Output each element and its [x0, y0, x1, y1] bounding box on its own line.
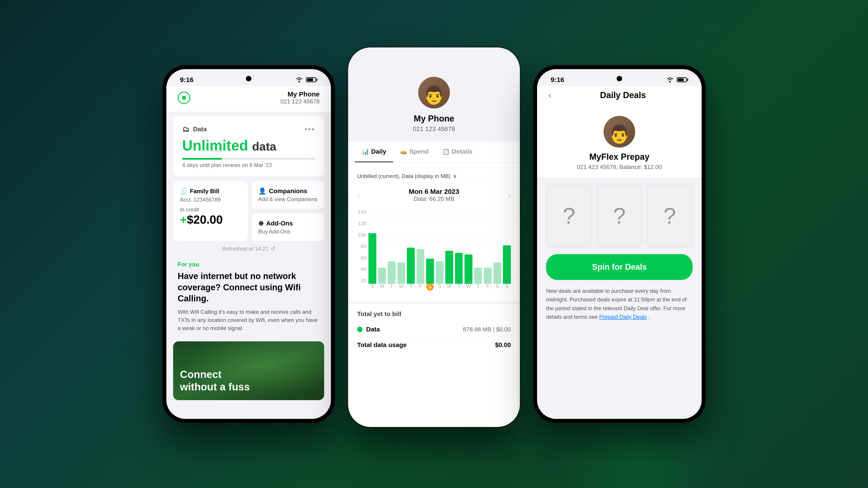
wifi-icon-right [666, 77, 674, 83]
deals-info-suffix: . [648, 314, 650, 320]
header-phone-name: My Phone [280, 90, 320, 98]
daily-deals-title: Daily Deals [556, 90, 690, 100]
data-card-title: Data [193, 126, 207, 133]
bar-7 [436, 261, 444, 284]
bar-col-1 [378, 209, 386, 284]
header-phone-info: My Phone 021 123 45678 [280, 90, 320, 105]
x-w1: W [397, 283, 405, 291]
right-avatar-icon: 👨 [608, 125, 631, 143]
credit-label: In credit [180, 206, 241, 213]
spin-for-deals-button[interactable]: Spin for Deals [546, 254, 692, 280]
total-usage-value: $0.00 [495, 341, 511, 349]
back-button[interactable]: ‹ [548, 91, 551, 100]
bar-5 [416, 249, 425, 284]
bottom-cards-row: 🧾 Family Bill Acct. 123456789 In credit … [173, 181, 324, 241]
x-f1: F [416, 283, 425, 291]
right-mini-cards: 👤 Companions Add & view Companions ⊕ Add… [252, 181, 324, 241]
refresh-text: Refreshed at 14:21 [222, 246, 268, 252]
chart-next-arrow[interactable]: › [508, 191, 511, 200]
notch-right [617, 76, 622, 81]
avatar-person-icon: 👨 [423, 86, 445, 104]
status-bar-middle [348, 47, 520, 63]
slot-card-3: ? [647, 184, 692, 248]
add-ons-subtitle: Buy Add-Ons [258, 228, 317, 235]
y-label-60: 60 [357, 255, 366, 261]
family-bill-title: 🧾 Family Bill [180, 188, 241, 195]
total-section: Total yet to bill Data 878.98 MB | $0.00… [348, 302, 520, 360]
credit-amount: +$20.00 [180, 213, 241, 226]
x-t3: T [455, 283, 463, 291]
bar-6 [426, 259, 434, 284]
progress-track [182, 158, 315, 160]
bar-1 [378, 268, 386, 284]
deals-info-text: New deals are available to purchase ever… [546, 287, 692, 322]
bar-3 [397, 263, 405, 284]
data-card: 🗂 Data ••• Unlimited data 4 days until p… [173, 116, 324, 176]
family-bill-card[interactable]: 🧾 Family Bill Acct. 123456789 In credit … [173, 181, 248, 241]
slot-machine: ? ? ? [546, 184, 692, 248]
x-t1: T [388, 283, 396, 291]
svg-point-0 [299, 81, 300, 83]
bar-col-0 [368, 209, 376, 284]
tab-details[interactable]: 📋 Details [436, 142, 479, 162]
y-label-80: 80 [357, 243, 366, 250]
data-card-title-row: 🗂 Data [182, 125, 207, 133]
bar-col-14 [503, 209, 511, 284]
data-row: Data 878.98 MB | $0.00 [357, 322, 511, 337]
bar-col-7 [436, 209, 444, 284]
tab-daily[interactable]: 📊 Daily [355, 142, 393, 162]
companions-title: 👤 Companions [258, 187, 317, 195]
companions-card[interactable]: 👤 Companions Add & view Companions [252, 181, 324, 209]
battery-icon-right [677, 77, 688, 82]
bar-col-3 [397, 209, 405, 284]
filter-chevron-icon: ∨ [453, 173, 457, 180]
time-right: 9:16 [551, 76, 564, 84]
add-ons-card[interactable]: ⊕ Add-Ons Buy Add-Ons [252, 213, 324, 241]
chart-data-label: Data: 66.20 MB [409, 195, 459, 202]
middle-top: 👨 My Phone 021 123 45678 [348, 63, 520, 142]
chart-bars-area [368, 209, 511, 284]
chart-prev-arrow[interactable]: ‹ [357, 191, 360, 200]
bar-12 [484, 268, 492, 284]
bar-col-8 [445, 209, 453, 284]
middle-avatar: 👨 [418, 77, 450, 108]
right-avatar-section: 👨 MyFlex Prepay 021 423 45678, Balance: … [537, 107, 702, 177]
y-label-100: 100 [357, 232, 366, 238]
bar-col-6 [426, 209, 434, 284]
for-you-section: For you Have internet but no network cov… [166, 256, 331, 337]
bar-col-11 [474, 209, 482, 284]
status-icons-left [295, 77, 317, 83]
chart-filter-select[interactable]: Unbilled (current), Data (display in MB)… [357, 173, 457, 180]
data-dot [357, 327, 363, 332]
phone-left-screen: 9:16 [166, 69, 331, 419]
bar-col-4 [407, 209, 415, 284]
x-s1: S [368, 283, 376, 291]
x-s5: S [503, 283, 511, 291]
companions-icon: 👤 [258, 187, 266, 195]
tab-spend-icon: 🥧 [400, 148, 407, 155]
tab-spend-label: Spend [409, 148, 429, 155]
refresh-icon: ↺ [271, 246, 275, 252]
right-avatar-circle: 👨 [603, 116, 635, 148]
add-ons-icon: ⊕ [258, 220, 264, 227]
time-left: 9:16 [180, 76, 193, 84]
bar-col-2 [388, 209, 396, 284]
phone-right-screen: 9:16 ‹ Daily [537, 69, 702, 419]
data-card-header: 🗂 Data ••• [182, 125, 315, 134]
bar-4 [407, 248, 415, 284]
left-phone-header: My Phone 021 123 45678 [166, 86, 331, 112]
tab-spend[interactable]: 🥧 Spend [393, 142, 436, 162]
progress-fill [182, 158, 222, 160]
phone-middle: 👨 My Phone 021 123 45678 📊 Daily 🥧 Spend… [348, 47, 520, 427]
tab-details-label: Details [452, 148, 473, 155]
phones-container: 9:16 [163, 61, 705, 427]
y-label-40: 40 [357, 266, 366, 272]
tab-details-icon: 📋 [442, 148, 450, 155]
connect-banner: Connectwithout a fuss [173, 341, 324, 400]
status-icons-right [666, 77, 688, 83]
connect-banner-text: Connectwithout a fuss [180, 368, 250, 393]
bar-11 [474, 268, 482, 284]
prepaid-deals-link[interactable]: Prepaid Daily Deals [599, 314, 647, 320]
data-card-menu[interactable]: ••• [305, 125, 315, 134]
right-plan-info: 021 423 45678, Balance: $12.00 [577, 164, 662, 170]
